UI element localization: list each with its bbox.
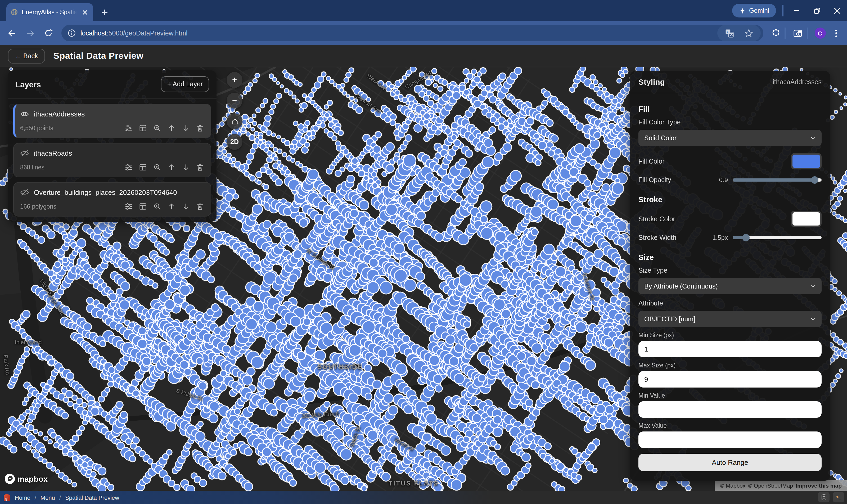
- translate-icon[interactable]: G: [723, 26, 736, 40]
- stroke-color-swatch[interactable]: [791, 211, 822, 227]
- back-nav-icon[interactable]: [4, 25, 20, 41]
- window-controls: Gemini: [732, 0, 847, 21]
- new-tab-button[interactable]: [97, 5, 111, 19]
- terminal-button[interactable]: >_: [833, 492, 844, 502]
- fill-opacity-label: Fill Opacity: [638, 176, 719, 184]
- breadcrumb-current[interactable]: Spatial Data Preview: [65, 494, 119, 501]
- back-button[interactable]: ← Back: [8, 49, 45, 63]
- improve-map-link[interactable]: Improve this map: [796, 482, 842, 489]
- breadcrumb-home[interactable]: Home: [15, 494, 31, 501]
- url-host: localhost: [80, 30, 107, 37]
- gemini-label: Gemini: [749, 7, 769, 14]
- layer-move-up-icon[interactable]: [167, 202, 176, 211]
- visibility-eye-icon[interactable]: [20, 110, 29, 119]
- chrome-separator: [782, 5, 783, 16]
- fill-opacity-slider[interactable]: [733, 176, 822, 184]
- menu-kebab-icon[interactable]: [829, 26, 843, 40]
- size-type-select[interactable]: By Attribute (Continuous): [638, 278, 822, 294]
- stroke-color-label: Stroke Color: [638, 215, 791, 222]
- layer-move-up-icon[interactable]: [167, 163, 176, 172]
- layer-zoom-to-icon[interactable]: [153, 124, 161, 132]
- profile-avatar[interactable]: C: [813, 26, 827, 40]
- layer-card-ithacaRoads[interactable]: ithacaRoads 868 lines: [13, 143, 211, 177]
- forward-nav-icon[interactable]: [22, 25, 38, 41]
- layer-table-icon[interactable]: [139, 163, 147, 172]
- fill-color-swatch[interactable]: [791, 153, 822, 169]
- reload-icon[interactable]: [40, 25, 56, 41]
- max-value-input[interactable]: [638, 431, 822, 448]
- favicon-globe-icon: [11, 8, 18, 16]
- close-button[interactable]: [827, 0, 847, 21]
- mapbox-logo[interactable]: mapbox: [4, 473, 48, 484]
- minimize-button[interactable]: [787, 0, 807, 21]
- add-layer-button[interactable]: + Add Layer: [161, 76, 209, 92]
- min-value-label: Min Value: [638, 392, 822, 399]
- browser-tab[interactable]: EnergyAtlas - Spatial Data Pre: [6, 3, 93, 21]
- layer-meta: 868 lines: [20, 164, 44, 170]
- layer-style-sliders-icon[interactable]: [124, 124, 133, 132]
- map-controls: + − 2D: [227, 72, 242, 150]
- fill-color-label: Fill Color: [638, 158, 791, 165]
- max-value-label: Max Value: [638, 422, 822, 429]
- layer-zoom-to-icon[interactable]: [153, 163, 161, 172]
- fill-color-type-select[interactable]: Solid Color: [638, 130, 822, 146]
- layer-delete-icon[interactable]: [196, 202, 204, 211]
- map-attribution: © Mapbox © OpenStreetMap Improve this ma…: [715, 480, 847, 491]
- sparkle-icon: [739, 7, 746, 14]
- side-search-icon[interactable]: [791, 26, 805, 40]
- browser-window: EnergyAtlas - Spatial Data Pre Gemini: [0, 0, 847, 504]
- bottom-bar: Home / Menu / Spatial Data Preview >_: [0, 491, 847, 504]
- layer-style-sliders-icon[interactable]: [124, 202, 133, 211]
- zoom-out-button[interactable]: −: [227, 93, 242, 109]
- layer-move-down-icon[interactable]: [182, 202, 190, 211]
- home-extent-button[interactable]: [227, 113, 242, 129]
- styling-layer-name: ithacaAddresses: [773, 78, 822, 86]
- site-info-icon[interactable]: [68, 29, 76, 37]
- layer-name: ithacaAddresses: [34, 110, 85, 118]
- zoom-in-button[interactable]: +: [227, 72, 242, 88]
- layer-meta: 166 polygons: [20, 203, 56, 210]
- min-size-input[interactable]: [638, 341, 822, 357]
- max-size-input[interactable]: [638, 371, 822, 388]
- layer-card-overture-buildings[interactable]: Overture_buildings_places_20260203T09464…: [13, 182, 211, 217]
- bookmark-star-icon[interactable]: [742, 26, 755, 40]
- layer-move-down-icon[interactable]: [182, 163, 190, 172]
- mode-2d-button[interactable]: 2D: [227, 134, 242, 150]
- breadcrumb-menu[interactable]: Menu: [40, 494, 55, 501]
- page-title: Spatial Data Preview: [53, 51, 144, 61]
- gemini-button[interactable]: Gemini: [732, 4, 776, 17]
- layer-name: ithacaRoads: [34, 149, 72, 157]
- layer-card-ithacaAddresses[interactable]: ithacaAddresses 6,550 points: [13, 104, 211, 138]
- database-button[interactable]: [818, 492, 830, 502]
- urlbar-end: G: [717, 25, 761, 41]
- layer-move-up-icon[interactable]: [167, 124, 176, 132]
- layer-table-icon[interactable]: [139, 124, 147, 132]
- visibility-eye-off-icon[interactable]: [20, 188, 29, 197]
- fill-section-heading: Fill: [638, 105, 822, 113]
- layer-table-icon[interactable]: [139, 202, 147, 211]
- layer-name: Overture_buildings_places_20260203T09464…: [34, 188, 177, 196]
- layer-style-sliders-icon[interactable]: [124, 163, 133, 172]
- layer-delete-icon[interactable]: [196, 124, 204, 132]
- max-size-label: Max Size (px): [638, 362, 822, 368]
- visibility-eye-off-icon[interactable]: [20, 149, 29, 158]
- stroke-section-heading: Stroke: [638, 195, 822, 204]
- size-type-label: Size Type: [638, 267, 822, 274]
- attribution-mapbox[interactable]: © Mapbox: [720, 482, 745, 489]
- layer-delete-icon[interactable]: [196, 163, 204, 172]
- url-bar[interactable]: localhost:5000/geoDataPreview.html G: [61, 25, 763, 41]
- attribute-select[interactable]: OBJECTID [num]: [638, 311, 822, 327]
- attribution-osm[interactable]: © OpenStreetMap: [748, 482, 793, 489]
- restore-button[interactable]: [807, 0, 827, 21]
- auto-range-button[interactable]: Auto Range: [638, 454, 822, 471]
- avatar-letter: C: [814, 28, 826, 39]
- extensions-icon[interactable]: [769, 26, 782, 40]
- tab-close-icon[interactable]: [80, 8, 89, 16]
- layer-zoom-to-icon[interactable]: [153, 202, 161, 211]
- min-value-input[interactable]: [638, 401, 822, 418]
- tab-title: EnergyAtlas - Spatial Data Pre: [22, 9, 77, 15]
- chevron-down-icon: [810, 283, 816, 289]
- toolbar-separator-2: [807, 27, 808, 39]
- layer-move-down-icon[interactable]: [182, 124, 190, 132]
- stroke-width-slider[interactable]: [733, 234, 822, 241]
